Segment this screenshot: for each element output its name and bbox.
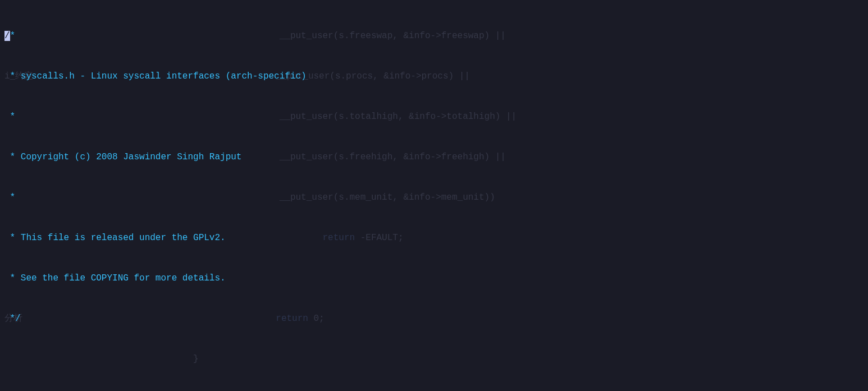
code-line: /* (4, 29, 864, 43)
code-line: * (4, 110, 864, 123)
code-line: * See the file COPYING for more details. (4, 272, 864, 285)
code-line: */ (4, 312, 864, 325)
code-line: * This file is released under the GPLv2. (4, 231, 864, 245)
code-line: * (4, 191, 864, 204)
code-line: * Copyright (c) 2008 Jaswinder Singh Raj… (4, 150, 864, 164)
text-cursor: / (4, 31, 10, 41)
code-line: * syscalls.h - Linux syscall interfaces … (4, 70, 864, 83)
code-line (4, 352, 864, 366)
code-editor[interactable]: /* * syscalls.h - Linux syscall interfac… (0, 0, 868, 391)
